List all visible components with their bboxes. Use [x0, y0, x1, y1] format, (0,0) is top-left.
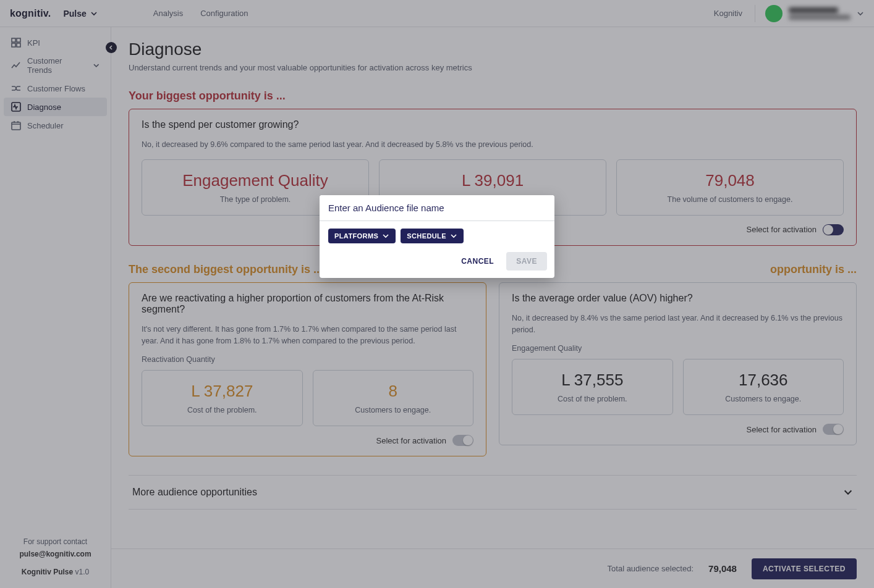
audience-filename-input[interactable] [320, 195, 554, 221]
save-button[interactable]: SAVE [506, 252, 547, 271]
platforms-label: PLATFORMS [334, 232, 378, 240]
chevron-down-icon [382, 232, 389, 240]
schedule-dropdown[interactable]: SCHEDULE [401, 229, 464, 243]
save-audience-modal: PLATFORMS SCHEDULE CANCEL SAVE [320, 195, 554, 278]
cancel-button[interactable]: CANCEL [454, 252, 501, 271]
platforms-dropdown[interactable]: PLATFORMS [328, 229, 396, 243]
modal-overlay[interactable] [0, 0, 874, 588]
schedule-label: SCHEDULE [407, 232, 446, 240]
chevron-down-icon [450, 232, 457, 240]
